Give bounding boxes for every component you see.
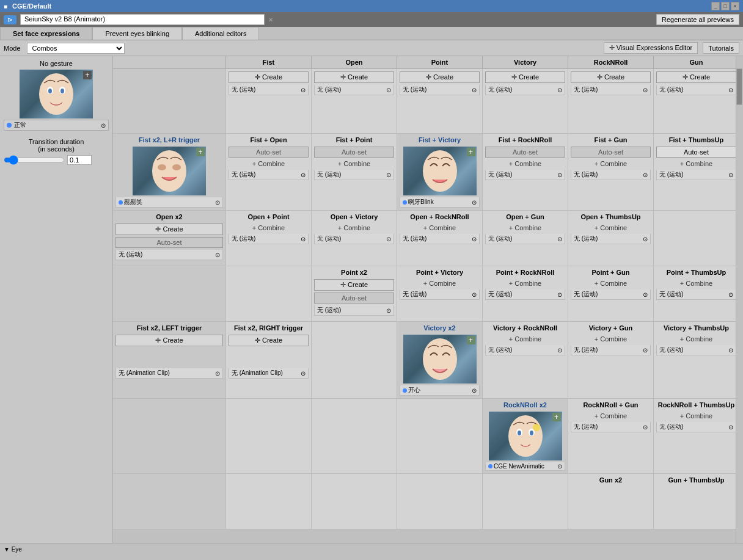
autoset-fist-thumbsup[interactable]: Auto-set — [656, 147, 736, 158]
autoset-fist-open[interactable]: Auto-set — [229, 147, 309, 158]
tutorials-button[interactable]: Tutorials — [703, 42, 739, 54]
animator-path[interactable]: SeiunSky v2 B8 (Animator) — [20, 14, 265, 25]
open-x2-settings[interactable]: ⊙ — [215, 252, 220, 258]
fist-right-settings[interactable]: ⊙ — [301, 370, 306, 377]
combine-open-rocknroll[interactable]: + Combine — [421, 224, 459, 232]
cell-point-rocknroll: Point + RockNRoll + Combine 无 (运动)⊙ — [483, 266, 568, 321]
transition-value-input[interactable] — [67, 155, 92, 165]
combine-rocknroll-thumbsup[interactable]: + Combine — [678, 412, 716, 420]
point-rocknroll-settings[interactable]: ⊙ — [557, 291, 562, 298]
combine-open-gun[interactable]: + Combine — [507, 224, 544, 232]
combine-open-point[interactable]: + Combine — [250, 224, 288, 232]
combine-point-victory[interactable]: + Combine — [421, 279, 459, 288]
autoset-fist-rocknroll[interactable]: Auto-set — [485, 147, 565, 158]
minimize-button[interactable]: _ — [711, 2, 720, 10]
tab-set-face[interactable]: Set face expressions — [0, 27, 92, 40]
fist-settings[interactable]: ⊙ — [301, 87, 306, 93]
scrollbar-thumb[interactable] — [736, 68, 742, 105]
rocknroll-x2-settings[interactable]: ⊙ — [557, 463, 562, 470]
open-rocknroll-settings[interactable]: ⊙ — [472, 236, 477, 242]
gun-settings[interactable]: ⊙ — [728, 87, 733, 93]
combine-point-thumbsup[interactable]: + Combine — [678, 279, 716, 288]
combine-victory-thumbsup[interactable]: + Combine — [678, 335, 716, 343]
combine-fist-open[interactable]: + Combine — [250, 159, 288, 168]
cell-open-rocknroll: Open + RockNRoll + Combine 无 (运动)⊙ — [397, 211, 483, 266]
create-fist-left[interactable]: ✛ Create — [115, 335, 223, 346]
add-fist-victory-button[interactable]: + — [467, 148, 475, 156]
open-point-settings[interactable]: ⊙ — [301, 236, 306, 242]
tab-additional[interactable]: Additional editors — [182, 27, 259, 40]
autoset-point-x2[interactable]: Auto-set — [314, 293, 394, 304]
victory-rocknroll-settings[interactable]: ⊙ — [557, 347, 562, 354]
open-thumbsup-settings[interactable]: ⊙ — [643, 236, 648, 242]
autoset-open-x2[interactable]: Auto-set — [115, 237, 223, 248]
combine-victory-rocknroll[interactable]: + Combine — [507, 335, 544, 343]
regen-button[interactable]: Regenerate all previews — [656, 14, 739, 25]
create-open-button[interactable]: ✛ Create — [314, 71, 394, 83]
visual-expressions-button[interactable]: ✛ Visual Expressions Editor — [604, 42, 698, 54]
combine-open-victory[interactable]: + Combine — [335, 224, 373, 232]
clear-icon[interactable]: ✕ — [268, 16, 273, 23]
point-victory-settings[interactable]: ⊙ — [472, 291, 477, 298]
point-gun-settings[interactable]: ⊙ — [643, 291, 648, 298]
fist-rocknroll-settings[interactable]: ⊙ — [557, 172, 562, 178]
close-button[interactable]: × — [731, 2, 739, 10]
fist-lr-settings[interactable]: ⊙ — [215, 199, 220, 206]
create-point-x2[interactable]: ✛ Create — [314, 279, 394, 291]
rocknroll-settings[interactable]: ⊙ — [643, 87, 648, 93]
point-thumbsup-settings[interactable]: ⊙ — [728, 291, 733, 298]
create-fist-button[interactable]: ✛ Create — [229, 71, 309, 83]
window-controls[interactable]: _ □ × — [711, 2, 739, 10]
combine-victory-gun[interactable]: + Combine — [592, 335, 630, 343]
autoset-fist-gun[interactable]: Auto-set — [571, 147, 651, 158]
right-scrollbar[interactable] — [736, 56, 743, 543]
cell-open-thumbsup: Open + ThumbsUp + Combine 无 (运动)⊙ — [568, 211, 654, 266]
fist-open-settings[interactable]: ⊙ — [301, 172, 306, 178]
add-rocknroll-x2-button[interactable]: + — [552, 413, 561, 421]
cell-no-gesture-victory: ✛ Create 无 (运动)⊙ — [483, 69, 568, 133]
combine-fist-gun[interactable]: + Combine — [592, 159, 630, 168]
combine-fist-rocknroll[interactable]: + Combine — [507, 159, 544, 168]
add-no-gesture-button[interactable]: + — [83, 71, 92, 79]
fist-point-settings[interactable]: ⊙ — [386, 172, 391, 178]
open-gun-settings[interactable]: ⊙ — [557, 236, 562, 242]
create-gun-button[interactable]: ✛ Create — [656, 71, 736, 83]
cell-no-gesture-fist: ✛ Create 无 (运动)⊙ — [226, 69, 312, 133]
point-x2-settings[interactable]: ⊙ — [386, 307, 391, 314]
fist-left-settings[interactable]: ⊙ — [215, 370, 220, 377]
rocknroll-thumbsup-settings[interactable]: ⊙ — [728, 424, 733, 431]
autoset-fist-point[interactable]: Auto-set — [314, 147, 394, 158]
grid-area[interactable]: Fist Open Point Victory RockNRoll Gun Th… — [113, 56, 736, 543]
open-victory-settings[interactable]: ⊙ — [386, 236, 391, 242]
combine-rocknroll-gun[interactable]: + Combine — [592, 412, 630, 420]
fist-gun-settings[interactable]: ⊙ — [643, 172, 648, 178]
create-victory-button[interactable]: ✛ Create — [485, 71, 565, 83]
victory-x2-settings[interactable]: ⊙ — [472, 387, 477, 394]
create-open-x2[interactable]: ✛ Create — [115, 224, 223, 235]
point-settings[interactable]: ⊙ — [472, 87, 477, 93]
combine-point-rocknroll[interactable]: + Combine — [507, 279, 544, 288]
fist-thumbsup-settings[interactable]: ⊙ — [728, 172, 733, 178]
victory-settings[interactable]: ⊙ — [557, 87, 562, 93]
fist-thumbsup-title: Fist + ThumbsUp — [669, 136, 724, 144]
combine-fist-point[interactable]: + Combine — [335, 159, 373, 168]
add-victory-x2-button[interactable]: + — [467, 336, 475, 344]
combine-point-gun[interactable]: + Combine — [592, 279, 630, 288]
no-gesture-settings-icon[interactable]: ⊙ — [101, 122, 106, 129]
create-point-button[interactable]: ✛ Create — [400, 71, 480, 83]
combine-fist-thumbsup[interactable]: + Combine — [678, 159, 716, 168]
cell-rocknroll-thumbsup: RockNRoll + ThumbsUp + Combine 无 (运动)⊙ — [654, 399, 736, 473]
add-fist-lr-button[interactable]: + — [196, 148, 205, 156]
victory-gun-settings[interactable]: ⊙ — [643, 347, 648, 354]
open-settings[interactable]: ⊙ — [386, 87, 391, 93]
rocknroll-gun-settings[interactable]: ⊙ — [643, 424, 648, 431]
create-fist-right[interactable]: ✛ Create — [229, 335, 309, 346]
transition-slider[interactable] — [4, 155, 65, 165]
combine-open-thumbsup[interactable]: + Combine — [592, 224, 630, 232]
tab-prevent-eyes[interactable]: Prevent eyes blinking — [92, 27, 182, 40]
create-rocknroll-button[interactable]: ✛ Create — [571, 71, 651, 83]
victory-thumbsup-settings[interactable]: ⊙ — [728, 347, 733, 354]
mode-select[interactable]: Combos — [27, 43, 125, 54]
fist-victory-settings[interactable]: ⊙ — [472, 199, 477, 206]
maximize-button[interactable]: □ — [721, 2, 730, 10]
